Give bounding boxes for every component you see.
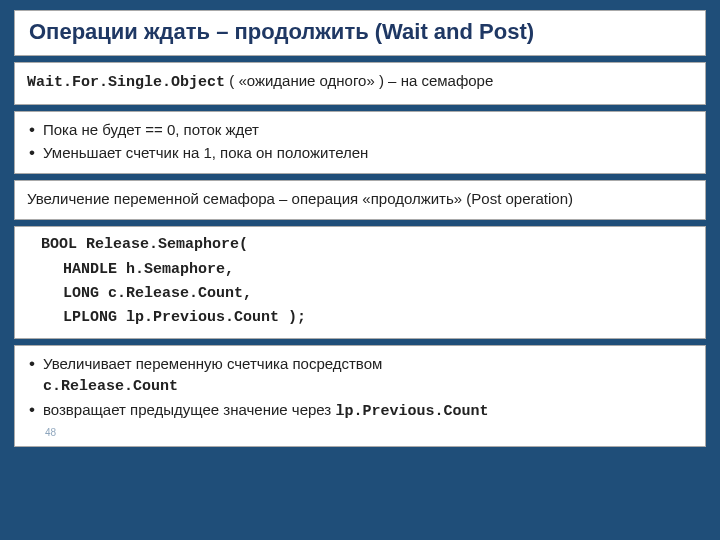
code-line: BOOL Release.Semaphore( — [27, 235, 693, 255]
bullet-list-2: Увеличивает переменную счетчика посредст… — [27, 354, 693, 422]
bullet-list-1: Пока не будет == 0, поток ждет Уменьшает… — [27, 120, 693, 164]
code-line: HANDLE h.Semaphore, — [27, 260, 693, 280]
bullet-item: возвращает предыдущее значение через lp.… — [27, 400, 693, 422]
slide-title: Операции ждать – продолжить (Wait and Po… — [29, 19, 691, 45]
bullet-code: c.Release.Count — [43, 378, 178, 395]
paragraph-text: Увеличение переменной семафора – операци… — [27, 189, 693, 209]
bullet-text: Увеличивает переменную счетчика посредст… — [43, 355, 382, 372]
definition-box: Wait.For.Single.Object ( «ожидание одног… — [14, 62, 706, 104]
bullet-text: возвращает предыдущее значение через — [43, 401, 335, 418]
function-name: Wait.For.Single.Object — [27, 74, 225, 91]
code-box: BOOL Release.Semaphore( HANDLE h.Semapho… — [14, 226, 706, 339]
code-line: LPLONG lp.Previous.Count ); — [27, 308, 693, 328]
bullet-code: lp.Previous.Count — [335, 403, 488, 420]
slide: Операции ждать – продолжить (Wait and Po… — [0, 0, 720, 540]
page-number: 48 — [45, 426, 693, 440]
bullet-item: Увеличивает переменную счетчика посредст… — [27, 354, 693, 397]
definition-line: Wait.For.Single.Object ( «ожидание одног… — [27, 71, 693, 93]
bullets-box-2: Увеличивает переменную счетчика посредст… — [14, 345, 706, 446]
paragraph-box: Увеличение переменной семафора – операци… — [14, 180, 706, 220]
title-box: Операции ждать – продолжить (Wait and Po… — [14, 10, 706, 56]
bullets-box-1: Пока не будет == 0, поток ждет Уменьшает… — [14, 111, 706, 175]
bullet-item: Уменьшает счетчик на 1, пока он положите… — [27, 143, 693, 163]
function-desc: ( «ожидание одного» ) – на семафоре — [225, 72, 493, 89]
code-line: LONG c.Release.Count, — [27, 284, 693, 304]
bullet-item: Пока не будет == 0, поток ждет — [27, 120, 693, 140]
